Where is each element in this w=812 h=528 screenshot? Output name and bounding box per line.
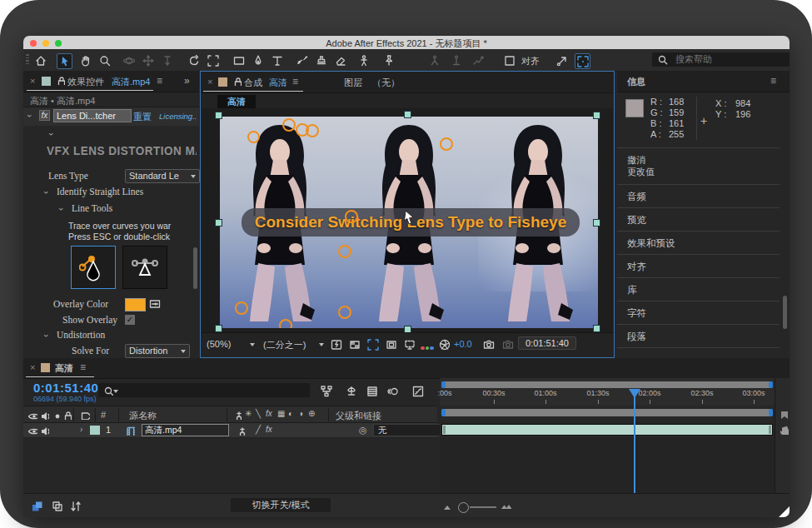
hand-tool-icon[interactable] — [78, 53, 92, 67]
timeline-search-box[interactable] — [98, 383, 310, 397]
expand-transfer-controls-icon[interactable] — [50, 499, 62, 511]
straight-line-tool-button[interactable] — [122, 246, 167, 289]
puppet-pin-tool-icon[interactable] — [381, 53, 396, 67]
lock-icon[interactable] — [60, 408, 72, 421]
selection-handle[interactable] — [593, 219, 600, 227]
column-parent-link[interactable]: 父级和链接 — [336, 410, 381, 422]
dolly-camera-tool-icon[interactable] — [160, 53, 174, 67]
fast-previews-icon[interactable] — [329, 337, 343, 351]
tab-layer[interactable]: 图层 — [344, 77, 362, 89]
identify-expand-icon[interactable]: › — [42, 191, 52, 194]
composition-flowchart-icon[interactable] — [319, 384, 333, 398]
parent-pickwhip-icon[interactable]: ◎ — [359, 425, 367, 436]
tab-effect-controls[interactable]: 效果控件 — [67, 76, 104, 88]
close-panel-icon[interactable]: × — [30, 362, 35, 372]
home-icon[interactable] — [33, 53, 47, 67]
comp-marker-bin-icon[interactable] — [777, 408, 790, 421]
video-frame[interactable]: Consider Switching Lens Type to Fisheye — [220, 117, 598, 328]
help-search-box[interactable] — [652, 52, 790, 67]
tab-timeline[interactable]: 高清 — [55, 362, 73, 375]
selection-handle[interactable] — [215, 325, 222, 332]
preview-timecode[interactable]: 0:01:51:40 — [518, 336, 576, 350]
tab-effect-controls-doc[interactable]: 高清.mp4 — [112, 76, 150, 88]
zoom-level-dropdown[interactable]: (50%) — [207, 339, 231, 349]
distortion-point[interactable] — [306, 124, 319, 137]
snapshot-camera-icon[interactable] — [481, 337, 496, 351]
layer-quality-icon[interactable] — [234, 424, 247, 436]
fx-panel-scrollbar[interactable] — [193, 247, 197, 289]
info-panel-scrollbar[interactable] — [783, 296, 787, 329]
roi-tool-icon[interactable] — [206, 53, 220, 67]
eraser-tool-icon[interactable] — [333, 53, 347, 67]
puppet-tool-icon[interactable] — [356, 53, 371, 67]
expand-in-out-icon[interactable] — [68, 499, 81, 511]
timeline-zoom-track[interactable] — [470, 506, 496, 508]
panel-section-paragraph[interactable]: 段落 — [617, 324, 780, 347]
snap-checkbox[interactable] — [502, 53, 516, 67]
layer-name-box[interactable]: 高清.mp4 — [142, 424, 229, 436]
layer-audio-icon[interactable] — [37, 423, 50, 436]
panel-section-character[interactable]: 字符 — [617, 301, 780, 324]
close-panel-icon[interactable]: × — [30, 76, 35, 86]
pan-camera-tool-icon[interactable] — [141, 53, 155, 67]
help-search-input[interactable] — [674, 53, 790, 65]
brush-tool-icon[interactable] — [295, 53, 309, 67]
region-of-interest-icon[interactable] — [402, 337, 416, 351]
panel-section-effects-presets[interactable]: 效果和预设 — [617, 231, 780, 254]
layer-row[interactable]: › 1 高清.mp4 ╱ fx ◎ 无 — [23, 423, 437, 438]
panel-menu-icon[interactable]: ≡ — [157, 75, 162, 87]
selection-tool-icon[interactable] — [57, 53, 72, 69]
layer-eye-icon[interactable] — [26, 423, 38, 436]
tab-composition-doc[interactable]: 高清 — [269, 77, 287, 89]
layer-expander-icon[interactable]: › — [80, 425, 82, 434]
effect-options-expand-icon[interactable]: › — [47, 132, 57, 136]
effect-reset-link[interactable]: 重置 — [133, 111, 152, 123]
pen-tool-icon[interactable] — [251, 53, 265, 67]
navigator-start-handle[interactable] — [441, 381, 446, 388]
camera-tool-2-icon[interactable] — [449, 53, 463, 67]
playhead-line[interactable] — [634, 389, 635, 500]
line-tools-expand-icon[interactable]: › — [57, 207, 67, 211]
comp-button-icon[interactable] — [777, 423, 790, 436]
effect-expand-icon[interactable]: › — [25, 114, 35, 117]
audio-icon[interactable] — [37, 408, 50, 421]
column-source-name[interactable]: 源名称 — [129, 410, 157, 422]
overlay-slider-icon[interactable] — [148, 297, 161, 311]
expand-layer-switches-icon[interactable] — [30, 499, 42, 511]
column-number[interactable]: # — [101, 410, 106, 420]
overlay-color-swatch[interactable] — [125, 298, 146, 311]
selection-handle[interactable] — [404, 111, 411, 118]
unlock-icon[interactable] — [232, 76, 242, 87]
effect-name-chip[interactable]: Lens Di...tcher — [53, 109, 132, 122]
distortion-point[interactable] — [235, 301, 248, 315]
mask-visibility-icon[interactable] — [384, 337, 398, 351]
comp-viewer[interactable]: Consider Switching Lens Type to Fisheye — [202, 108, 613, 333]
selection-handle[interactable] — [215, 112, 222, 119]
distortion-point[interactable] — [345, 210, 358, 223]
layer-duration-bar[interactable] — [441, 424, 773, 436]
distortion-point[interactable] — [338, 245, 351, 258]
frame-blending-icon[interactable] — [365, 384, 379, 398]
work-area-end-handle[interactable] — [769, 409, 773, 416]
draft-3d-icon[interactable] — [344, 384, 358, 398]
more-tabs-icon[interactable]: » — [184, 75, 190, 87]
graph-editor-icon[interactable] — [411, 384, 425, 398]
orbit-camera-tool-icon[interactable] — [122, 53, 136, 67]
distortion-point[interactable] — [247, 131, 260, 143]
lens-type-dropdown[interactable]: Standard Le — [125, 169, 200, 183]
camera-tool-3-icon[interactable] — [471, 53, 485, 67]
panel-menu-icon[interactable]: ≡ — [770, 75, 776, 87]
show-overlay-checkbox[interactable]: ✓ — [125, 315, 135, 325]
undistortion-expand-icon[interactable]: › — [42, 334, 52, 337]
expand-workspace-icon[interactable] — [575, 53, 590, 69]
lock-icon[interactable] — [55, 75, 65, 87]
zoom-caret-icon[interactable] — [250, 343, 255, 346]
layer-fx-icon[interactable]: fx — [266, 425, 272, 434]
effect-licensing-link[interactable]: Licensing.. — [159, 112, 197, 121]
panel-menu-icon[interactable]: ≡ — [80, 361, 86, 373]
panel-section-preview[interactable]: 预览 — [617, 207, 780, 231]
distortion-point[interactable] — [338, 306, 351, 319]
panel-menu-icon[interactable]: ≡ — [292, 76, 298, 87]
zoom-tool-icon[interactable] — [97, 53, 112, 67]
resolution-caret-icon[interactable] — [319, 343, 324, 346]
